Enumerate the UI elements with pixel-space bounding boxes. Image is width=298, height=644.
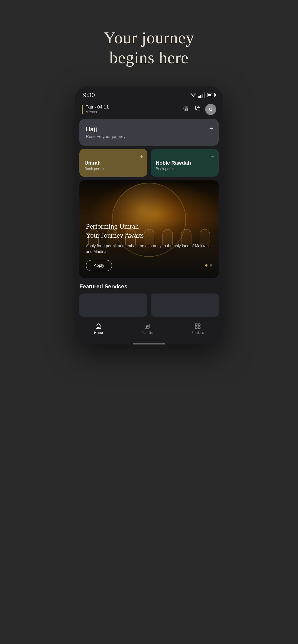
umrah-card[interactable]: + Umrah Book permit	[79, 149, 147, 177]
rawdah-card[interactable]: + Noble Rawdah Book permit	[151, 149, 219, 177]
header-actions: 语 G	[183, 104, 216, 115]
translate-btn[interactable]	[194, 105, 201, 113]
hajj-card-title: Hajj	[86, 126, 212, 133]
svg-text:语: 语	[183, 106, 188, 112]
rawdah-card-title: Noble Rawdah	[156, 160, 213, 166]
svg-rect-3	[197, 108, 200, 111]
banner-title: Performing Umrah Your Journey Awaits	[86, 222, 212, 240]
prayer-text: Fajr · 04:11 Mecca	[85, 104, 109, 114]
signal-icon	[198, 92, 205, 98]
rawdah-card-plus[interactable]: +	[211, 153, 214, 160]
home-indicator	[133, 343, 165, 344]
service-card-2[interactable]	[151, 294, 219, 317]
hajj-card-plus[interactable]: +	[209, 125, 213, 132]
home-icon	[95, 323, 102, 330]
carousel-dots	[205, 264, 212, 266]
apply-button[interactable]: Apply	[86, 260, 112, 271]
translate-icon[interactable]: 语	[183, 106, 190, 113]
banner-footer: Apply	[86, 260, 212, 271]
services-nav-label: Services	[191, 331, 204, 334]
prayer-name: Fajr · 04:11	[85, 104, 109, 110]
svg-rect-10	[198, 324, 200, 326]
hero-text: Your journey begins here	[104, 28, 194, 68]
banner-description: Apply for a permit and embark on a journ…	[86, 243, 212, 255]
wifi-icon	[190, 92, 197, 98]
rawdah-card-subtitle: Book permit	[156, 167, 213, 171]
battery-icon	[207, 93, 215, 97]
nav-services[interactable]: Services	[184, 323, 211, 334]
status-bar: 9:30	[75, 86, 223, 101]
small-cards-row: + Umrah Book permit + Noble Rawdah Book …	[79, 149, 219, 177]
app-header: Fajr · 04:11 Mecca 语 G	[75, 101, 223, 119]
permits-nav-label: Permits	[142, 331, 152, 334]
nav-home[interactable]: Home	[87, 323, 110, 334]
home-nav-label: Home	[94, 331, 103, 334]
svg-rect-12	[198, 327, 200, 328]
service-card-1[interactable]	[79, 294, 147, 317]
prayer-location: Mecca	[85, 110, 109, 114]
status-time: 9:30	[83, 92, 95, 99]
svg-rect-4	[98, 327, 99, 328]
banner-image: Performing Umrah Your Journey Awaits App…	[79, 180, 219, 278]
services-preview	[79, 294, 219, 319]
carousel-dot-2	[210, 264, 212, 266]
umrah-card-plus[interactable]: +	[140, 153, 143, 160]
status-icons	[190, 92, 215, 98]
hajj-card-subtitle: Reserve your journey	[86, 134, 212, 139]
user-avatar[interactable]: G	[205, 104, 216, 115]
svg-rect-11	[195, 327, 197, 328]
svg-point-0	[193, 96, 194, 97]
carousel-dot-1	[205, 264, 207, 266]
nav-permits[interactable]: Permits	[135, 323, 159, 334]
umrah-card-subtitle: Book permit	[85, 167, 142, 171]
prayer-bar-indicator	[82, 105, 83, 114]
services-icon	[194, 323, 201, 330]
svg-rect-9	[195, 324, 197, 326]
page-wrapper: Your journey begins here 9:30	[0, 0, 298, 644]
main-content: + Hajj Reserve your journey + Umrah Book…	[75, 119, 223, 319]
hajj-card[interactable]: + Hajj Reserve your journey	[79, 119, 219, 146]
prayer-info: Fajr · 04:11 Mecca	[82, 104, 109, 114]
bottom-nav: Home Permits Services	[75, 319, 223, 342]
banner-carousel: Performing Umrah Your Journey Awaits App…	[79, 180, 219, 278]
permits-icon	[144, 323, 150, 330]
featured-services-title: Featured Services	[79, 282, 219, 294]
umrah-card-title: Umrah	[85, 160, 142, 166]
banner-text-content: Performing Umrah Your Journey Awaits App…	[86, 222, 212, 271]
phone-container: 9:30	[75, 86, 223, 344]
